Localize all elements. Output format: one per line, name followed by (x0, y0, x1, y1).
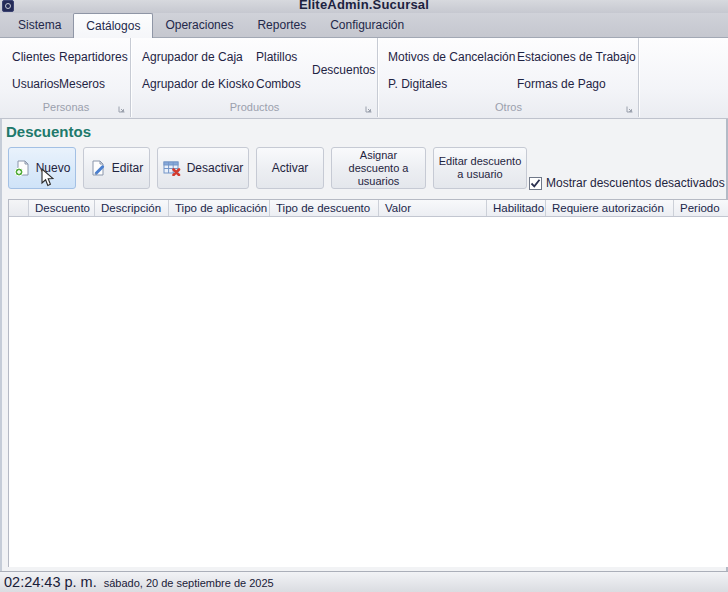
ribbon-item-agrupador-kiosko[interactable]: Agrupador de Kiosko (142, 77, 256, 92)
activar-button-label: Activar (272, 161, 309, 175)
ribbon-item-clientes[interactable]: Clientes (12, 50, 59, 65)
status-date: sábado, 20 de septiembre de 2025 (104, 577, 274, 591)
activar-button[interactable]: Activar (256, 147, 324, 189)
grid-header-row: Descuento Descripción Tipo de aplicación… (9, 200, 728, 217)
grid-body-empty[interactable] (9, 217, 728, 567)
ribbon-group-personas: Clientes Repartidores Usuarios Meseros P… (2, 38, 131, 117)
dialog-launcher-icon[interactable] (118, 106, 125, 113)
nuevo-button-label: Nuevo (36, 161, 71, 175)
ribbon-group-productos: Agrupador de Caja Platillos Agrupador de… (132, 38, 378, 117)
descuentos-grid: Descuento Descripción Tipo de aplicación… (8, 199, 728, 567)
editar-descuento-usuario-label: Editar descuento a usuario (437, 155, 523, 181)
dialog-launcher-icon[interactable] (365, 106, 372, 113)
dialog-launcher-icon[interactable] (626, 106, 633, 113)
tab-sistema[interactable]: Sistema (6, 13, 73, 37)
editar-button-label: Editar (112, 161, 143, 175)
ribbon-item-usuarios[interactable]: Usuarios (12, 77, 59, 92)
asignar-descuento-button[interactable]: Asignar descuento a usuarios (331, 147, 426, 189)
tab-operaciones[interactable]: Operaciones (153, 13, 245, 37)
ribbon-item-platillos[interactable]: Platillos (256, 50, 297, 65)
editar-descuento-usuario-button[interactable]: Editar descuento a usuario (433, 147, 527, 189)
checkbox-checked-icon[interactable] (529, 177, 542, 190)
ribbon-item-motivos-cancelacion[interactable]: Motivos de Cancelación (388, 50, 517, 65)
ribbon-item-repartidores[interactable]: Repartidores (59, 50, 128, 65)
editar-button[interactable]: Editar (83, 147, 150, 189)
title-bar: EliteAdmin.Sucursal (0, 0, 728, 13)
tab-reportes[interactable]: Reportes (245, 13, 318, 37)
ribbon-group-otros: Motivos de Cancelación Estaciones de Tra… (379, 38, 639, 117)
column-header-requiere-autorizacion[interactable]: Requiere autorización (546, 200, 674, 216)
window-title: EliteAdmin.Sucursal (0, 0, 728, 12)
asignar-descuento-label: Asignar descuento a usuarios (335, 149, 422, 188)
column-header-tipo-aplicacion[interactable]: Tipo de aplicación (169, 200, 270, 216)
desactivar-button[interactable]: Desactivar (157, 147, 249, 189)
ribbon: Clientes Repartidores Usuarios Meseros P… (0, 38, 728, 119)
edit-pencil-icon (90, 160, 107, 177)
column-header-descuento[interactable]: Descuento (29, 200, 95, 216)
status-bar: 02:24:43 p. m. sábado, 20 de septiembre … (0, 571, 728, 592)
mostrar-desactivados-checkbox[interactable]: Mostrar descuentos desactivados (529, 176, 725, 190)
status-time: 02:24:43 p. m. (4, 574, 97, 590)
ribbon-item-descuentos[interactable]: Descuentos (312, 63, 375, 77)
ribbon-item-p-digitales[interactable]: P. Digitales (388, 77, 517, 92)
tab-configuracion[interactable]: Configuración (318, 13, 416, 37)
ribbon-group-label-otros: Otros (379, 101, 638, 115)
tab-catalogos[interactable]: Catálogos (73, 13, 153, 38)
ribbon-group-label-productos: Productos (132, 101, 377, 115)
column-header-tipo-descuento[interactable]: Tipo de descuento (270, 200, 379, 216)
toolbar: Nuevo Editar Desactivar Activar Asig (8, 147, 527, 189)
checkbox-label: Mostrar descuentos desactivados (546, 176, 725, 190)
menu-tabstrip: Sistema Catálogos Operaciones Reportes C… (0, 13, 728, 38)
ribbon-item-agrupador-caja[interactable]: Agrupador de Caja (142, 50, 256, 65)
app-window: EliteAdmin.Sucursal Sistema Catálogos Op… (0, 0, 728, 592)
column-header-habilitado[interactable]: Habilitado (487, 200, 546, 216)
row-indicator-header (9, 200, 29, 216)
ribbon-item-estaciones-trabajo[interactable]: Estaciones de Trabajo (517, 50, 636, 65)
ribbon-group-label-personas: Personas (2, 101, 130, 115)
ribbon-item-combos[interactable]: Combos (256, 77, 301, 92)
column-header-valor[interactable]: Valor (379, 200, 487, 216)
page-title: Descuentos (6, 123, 91, 140)
table-delete-icon (163, 160, 182, 176)
nuevo-button[interactable]: Nuevo (8, 147, 76, 189)
column-header-periodo[interactable]: Periodo (674, 200, 728, 216)
new-document-icon (14, 160, 31, 177)
column-header-descripcion[interactable]: Descripción (95, 200, 169, 216)
desactivar-button-label: Desactivar (187, 161, 244, 175)
ribbon-item-meseros[interactable]: Meseros (59, 77, 105, 92)
ribbon-item-formas-pago[interactable]: Formas de Pago (517, 77, 606, 92)
